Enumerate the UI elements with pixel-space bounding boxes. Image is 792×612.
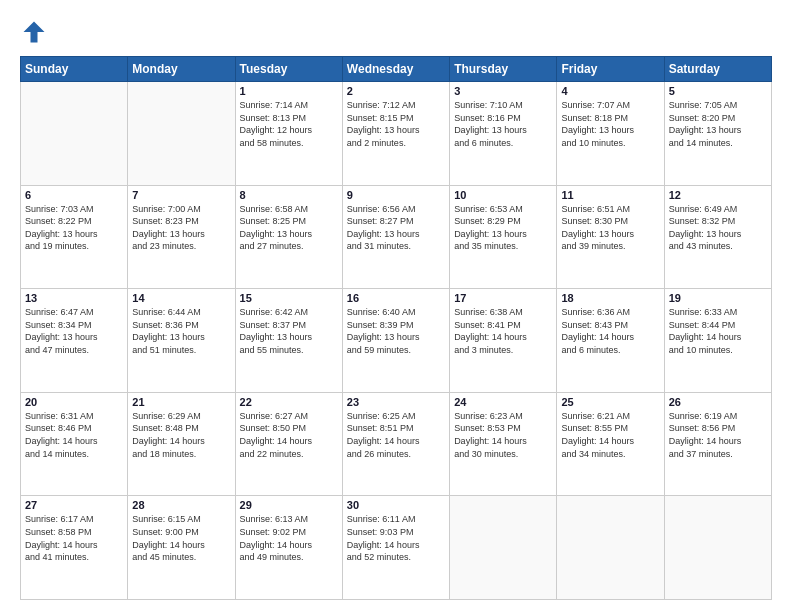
day-info: Sunrise: 6:38 AM Sunset: 8:41 PM Dayligh… — [454, 306, 552, 356]
day-number: 20 — [25, 396, 123, 408]
day-number: 12 — [669, 189, 767, 201]
weekday-sunday: Sunday — [21, 57, 128, 82]
day-info: Sunrise: 6:13 AM Sunset: 9:02 PM Dayligh… — [240, 513, 338, 563]
day-cell: 24Sunrise: 6:23 AM Sunset: 8:53 PM Dayli… — [450, 392, 557, 496]
day-info: Sunrise: 7:07 AM Sunset: 8:18 PM Dayligh… — [561, 99, 659, 149]
weekday-wednesday: Wednesday — [342, 57, 449, 82]
day-number: 2 — [347, 85, 445, 97]
day-cell — [664, 496, 771, 600]
day-cell: 29Sunrise: 6:13 AM Sunset: 9:02 PM Dayli… — [235, 496, 342, 600]
day-info: Sunrise: 6:47 AM Sunset: 8:34 PM Dayligh… — [25, 306, 123, 356]
week-row-5: 27Sunrise: 6:17 AM Sunset: 8:58 PM Dayli… — [21, 496, 772, 600]
week-row-4: 20Sunrise: 6:31 AM Sunset: 8:46 PM Dayli… — [21, 392, 772, 496]
day-cell: 26Sunrise: 6:19 AM Sunset: 8:56 PM Dayli… — [664, 392, 771, 496]
day-number: 27 — [25, 499, 123, 511]
day-info: Sunrise: 6:42 AM Sunset: 8:37 PM Dayligh… — [240, 306, 338, 356]
day-cell — [450, 496, 557, 600]
day-info: Sunrise: 6:56 AM Sunset: 8:27 PM Dayligh… — [347, 203, 445, 253]
day-number: 26 — [669, 396, 767, 408]
week-row-2: 6Sunrise: 7:03 AM Sunset: 8:22 PM Daylig… — [21, 185, 772, 289]
logo — [20, 18, 54, 46]
day-number: 13 — [25, 292, 123, 304]
day-info: Sunrise: 7:12 AM Sunset: 8:15 PM Dayligh… — [347, 99, 445, 149]
day-number: 16 — [347, 292, 445, 304]
day-cell: 6Sunrise: 7:03 AM Sunset: 8:22 PM Daylig… — [21, 185, 128, 289]
day-info: Sunrise: 6:58 AM Sunset: 8:25 PM Dayligh… — [240, 203, 338, 253]
day-cell: 22Sunrise: 6:27 AM Sunset: 8:50 PM Dayli… — [235, 392, 342, 496]
day-info: Sunrise: 6:21 AM Sunset: 8:55 PM Dayligh… — [561, 410, 659, 460]
day-info: Sunrise: 6:36 AM Sunset: 8:43 PM Dayligh… — [561, 306, 659, 356]
weekday-friday: Friday — [557, 57, 664, 82]
day-number: 18 — [561, 292, 659, 304]
day-number: 3 — [454, 85, 552, 97]
day-number: 29 — [240, 499, 338, 511]
day-cell: 28Sunrise: 6:15 AM Sunset: 9:00 PM Dayli… — [128, 496, 235, 600]
weekday-saturday: Saturday — [664, 57, 771, 82]
weekday-header-row: SundayMondayTuesdayWednesdayThursdayFrid… — [21, 57, 772, 82]
day-cell: 25Sunrise: 6:21 AM Sunset: 8:55 PM Dayli… — [557, 392, 664, 496]
day-number: 7 — [132, 189, 230, 201]
day-info: Sunrise: 6:19 AM Sunset: 8:56 PM Dayligh… — [669, 410, 767, 460]
day-number: 1 — [240, 85, 338, 97]
day-number: 9 — [347, 189, 445, 201]
day-cell: 9Sunrise: 6:56 AM Sunset: 8:27 PM Daylig… — [342, 185, 449, 289]
day-info: Sunrise: 6:29 AM Sunset: 8:48 PM Dayligh… — [132, 410, 230, 460]
day-info: Sunrise: 6:49 AM Sunset: 8:32 PM Dayligh… — [669, 203, 767, 253]
day-cell: 14Sunrise: 6:44 AM Sunset: 8:36 PM Dayli… — [128, 289, 235, 393]
day-number: 22 — [240, 396, 338, 408]
day-info: Sunrise: 7:14 AM Sunset: 8:13 PM Dayligh… — [240, 99, 338, 149]
day-cell: 27Sunrise: 6:17 AM Sunset: 8:58 PM Dayli… — [21, 496, 128, 600]
day-info: Sunrise: 6:17 AM Sunset: 8:58 PM Dayligh… — [25, 513, 123, 563]
day-number: 8 — [240, 189, 338, 201]
day-cell: 8Sunrise: 6:58 AM Sunset: 8:25 PM Daylig… — [235, 185, 342, 289]
day-cell — [21, 82, 128, 186]
weekday-tuesday: Tuesday — [235, 57, 342, 82]
day-number: 21 — [132, 396, 230, 408]
day-info: Sunrise: 6:44 AM Sunset: 8:36 PM Dayligh… — [132, 306, 230, 356]
header — [20, 18, 772, 46]
day-info: Sunrise: 7:00 AM Sunset: 8:23 PM Dayligh… — [132, 203, 230, 253]
weekday-monday: Monday — [128, 57, 235, 82]
day-cell: 17Sunrise: 6:38 AM Sunset: 8:41 PM Dayli… — [450, 289, 557, 393]
page: SundayMondayTuesdayWednesdayThursdayFrid… — [0, 0, 792, 612]
day-cell: 7Sunrise: 7:00 AM Sunset: 8:23 PM Daylig… — [128, 185, 235, 289]
day-number: 5 — [669, 85, 767, 97]
day-info: Sunrise: 6:11 AM Sunset: 9:03 PM Dayligh… — [347, 513, 445, 563]
day-number: 14 — [132, 292, 230, 304]
day-cell: 15Sunrise: 6:42 AM Sunset: 8:37 PM Dayli… — [235, 289, 342, 393]
day-cell: 21Sunrise: 6:29 AM Sunset: 8:48 PM Dayli… — [128, 392, 235, 496]
day-cell: 12Sunrise: 6:49 AM Sunset: 8:32 PM Dayli… — [664, 185, 771, 289]
week-row-3: 13Sunrise: 6:47 AM Sunset: 8:34 PM Dayli… — [21, 289, 772, 393]
day-cell: 19Sunrise: 6:33 AM Sunset: 8:44 PM Dayli… — [664, 289, 771, 393]
day-cell: 1Sunrise: 7:14 AM Sunset: 8:13 PM Daylig… — [235, 82, 342, 186]
day-cell: 23Sunrise: 6:25 AM Sunset: 8:51 PM Dayli… — [342, 392, 449, 496]
day-info: Sunrise: 7:05 AM Sunset: 8:20 PM Dayligh… — [669, 99, 767, 149]
day-info: Sunrise: 7:03 AM Sunset: 8:22 PM Dayligh… — [25, 203, 123, 253]
day-info: Sunrise: 6:33 AM Sunset: 8:44 PM Dayligh… — [669, 306, 767, 356]
day-cell: 13Sunrise: 6:47 AM Sunset: 8:34 PM Dayli… — [21, 289, 128, 393]
day-cell: 2Sunrise: 7:12 AM Sunset: 8:15 PM Daylig… — [342, 82, 449, 186]
day-cell: 16Sunrise: 6:40 AM Sunset: 8:39 PM Dayli… — [342, 289, 449, 393]
logo-icon — [20, 18, 48, 46]
day-info: Sunrise: 7:10 AM Sunset: 8:16 PM Dayligh… — [454, 99, 552, 149]
day-number: 24 — [454, 396, 552, 408]
day-number: 19 — [669, 292, 767, 304]
day-info: Sunrise: 6:25 AM Sunset: 8:51 PM Dayligh… — [347, 410, 445, 460]
day-cell — [128, 82, 235, 186]
day-info: Sunrise: 6:51 AM Sunset: 8:30 PM Dayligh… — [561, 203, 659, 253]
day-cell: 3Sunrise: 7:10 AM Sunset: 8:16 PM Daylig… — [450, 82, 557, 186]
day-number: 28 — [132, 499, 230, 511]
svg-marker-0 — [24, 22, 45, 43]
day-number: 25 — [561, 396, 659, 408]
day-cell: 5Sunrise: 7:05 AM Sunset: 8:20 PM Daylig… — [664, 82, 771, 186]
day-info: Sunrise: 6:27 AM Sunset: 8:50 PM Dayligh… — [240, 410, 338, 460]
weekday-thursday: Thursday — [450, 57, 557, 82]
day-info: Sunrise: 6:23 AM Sunset: 8:53 PM Dayligh… — [454, 410, 552, 460]
day-number: 4 — [561, 85, 659, 97]
day-number: 15 — [240, 292, 338, 304]
day-number: 6 — [25, 189, 123, 201]
day-cell: 20Sunrise: 6:31 AM Sunset: 8:46 PM Dayli… — [21, 392, 128, 496]
day-number: 30 — [347, 499, 445, 511]
calendar-table: SundayMondayTuesdayWednesdayThursdayFrid… — [20, 56, 772, 600]
day-info: Sunrise: 6:31 AM Sunset: 8:46 PM Dayligh… — [25, 410, 123, 460]
